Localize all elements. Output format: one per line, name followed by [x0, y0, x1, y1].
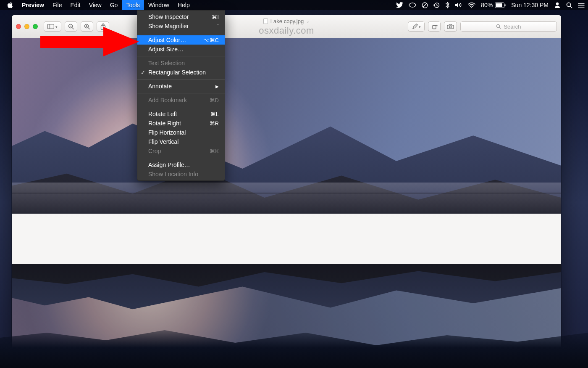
spotlight-icon[interactable]: [566, 0, 572, 10]
menu-file[interactable]: File: [48, 0, 66, 10]
menu-item-text-selection: Text Selection: [137, 58, 225, 68]
svg-rect-28: [433, 26, 436, 29]
menu-shortcut: ⌘D: [210, 97, 219, 103]
menu-app-label: Preview: [22, 2, 44, 8]
timemachine-icon[interactable]: [433, 0, 440, 10]
menu-item-rotate-right[interactable]: Rotate Right⌘R: [137, 119, 225, 128]
menu-item-flip-vertical[interactable]: Flip Vertical: [137, 137, 225, 146]
menu-tools-label: Tools: [126, 2, 140, 8]
volume-icon[interactable]: [455, 0, 462, 10]
tools-menu-dropdown: Show Inspector⌘IShow Magnifier`Adjust Co…: [137, 10, 225, 181]
cloud-icon[interactable]: [409, 0, 416, 10]
wifi-icon[interactable]: [468, 0, 475, 10]
menu-window-label: Window: [148, 2, 169, 8]
user-icon[interactable]: [554, 0, 561, 10]
menu-item-annotate[interactable]: Annotate▶: [137, 82, 225, 91]
svg-line-32: [499, 27, 501, 29]
menu-item-rotate-left[interactable]: Rotate Left⌘L: [137, 109, 225, 119]
image-canvas[interactable]: [12, 38, 561, 352]
menu-item-show-inspector[interactable]: Show Inspector⌘I: [137, 12, 225, 21]
minimize-button[interactable]: [24, 24, 29, 29]
menu-item-label: Show Location Info: [148, 171, 198, 177]
menu-go-label: Go: [110, 2, 118, 8]
search-placeholder: Search: [504, 24, 521, 30]
menu-shortcut: `: [217, 23, 219, 29]
chevron-down-icon: ▾: [419, 25, 421, 29]
menu-view-label: View: [89, 2, 102, 8]
menu-view[interactable]: View: [85, 0, 106, 10]
preview-window: ▾ Lake copy.jpg ⌄ osxdaily.com ▾: [12, 15, 561, 352]
menu-item-label: Show Magnifier: [148, 23, 189, 29]
menu-item-label: Annotate: [148, 83, 172, 90]
menu-app[interactable]: Preview: [18, 0, 48, 10]
svg-point-0: [409, 3, 416, 7]
menu-file-label: File: [52, 2, 62, 8]
menu-separator: [137, 93, 225, 93]
menu-item-label: Add Bookmark: [148, 97, 187, 103]
highlight-button[interactable]: ▾: [408, 21, 425, 32]
menubar: Preview File Edit View Go Tools Window H…: [0, 0, 588, 10]
menu-window[interactable]: Window: [144, 0, 173, 10]
menubar-clock[interactable]: Sun 12:30 PM: [511, 2, 549, 8]
zoom-button[interactable]: [33, 24, 38, 29]
twitter-icon[interactable]: [396, 0, 403, 10]
menu-item-label: Show Inspector: [148, 13, 189, 20]
svg-rect-33: [40, 36, 105, 48]
menu-help-label: Help: [178, 2, 190, 8]
menu-item-label: Assign Profile…: [148, 161, 190, 168]
menu-shortcut: ⌘K: [210, 148, 219, 154]
menu-item-adjust-color[interactable]: Adjust Color…⌥⌘C: [137, 35, 225, 45]
filename-label: Lake copy.jpg: [270, 18, 304, 24]
menu-separator: [137, 33, 225, 33]
chevron-down-icon[interactable]: ⌄: [306, 19, 310, 24]
menu-go[interactable]: Go: [106, 0, 122, 10]
submenu-arrow-icon: ▶: [215, 84, 219, 89]
apple-menu[interactable]: [3, 0, 18, 10]
markup-button[interactable]: [444, 21, 457, 32]
menu-item-adjust-size[interactable]: Adjust Size…: [137, 45, 225, 54]
window-title: Lake copy.jpg ⌄: [263, 18, 310, 24]
watermark-text: osxdaily.com: [259, 25, 314, 36]
menu-item-crop: Crop⌘K: [137, 146, 225, 156]
menu-item-label: Flip Vertical: [148, 138, 178, 145]
menu-separator: [137, 107, 225, 107]
notification-center-icon[interactable]: [578, 0, 585, 10]
rotate-button[interactable]: [428, 21, 441, 32]
menu-separator: [137, 79, 225, 79]
menu-separator: [137, 158, 225, 158]
bluetooth-icon[interactable]: [445, 0, 449, 10]
menu-item-rectangular-selection[interactable]: ✓Rectangular Selection: [137, 68, 225, 77]
svg-line-2: [423, 3, 427, 7]
menu-item-label: Rectangular Selection: [148, 69, 206, 76]
menu-item-label: Rotate Right: [148, 120, 181, 127]
document-proxy-icon[interactable]: [263, 19, 268, 24]
menu-item-show-location-info: Show Location Info: [137, 169, 225, 179]
close-button[interactable]: [16, 24, 21, 29]
svg-point-30: [449, 26, 452, 28]
menu-item-assign-profile[interactable]: Assign Profile…: [137, 160, 225, 169]
svg-point-8: [556, 3, 559, 5]
svg-line-10: [570, 6, 572, 8]
arrow-annotation: [40, 27, 139, 56]
no-entry-icon[interactable]: [422, 0, 428, 10]
menu-shortcut: ⌥⌘C: [203, 37, 219, 43]
search-field[interactable]: Search: [460, 21, 557, 32]
menu-shortcut: ⌘I: [212, 14, 219, 20]
menu-item-flip-horizontal[interactable]: Flip Horizontal: [137, 128, 225, 137]
svg-point-31: [497, 24, 500, 27]
search-icon: [496, 24, 501, 29]
menu-item-show-magnifier[interactable]: Show Magnifier`: [137, 21, 225, 31]
battery-status[interactable]: 80%: [481, 2, 506, 8]
checkmark-icon: ✓: [141, 69, 145, 76]
menu-separator: [137, 56, 225, 56]
menu-edit[interactable]: Edit: [66, 0, 85, 10]
menu-item-label: Text Selection: [148, 60, 185, 66]
menu-item-label: Adjust Color…: [148, 37, 186, 43]
battery-percent: 80%: [481, 2, 493, 8]
svg-point-9: [567, 3, 571, 6]
menu-shortcut: ⌘R: [210, 120, 219, 127]
menu-help[interactable]: Help: [173, 0, 194, 10]
menu-edit-label: Edit: [71, 2, 81, 8]
svg-rect-7: [505, 4, 506, 6]
menu-tools[interactable]: Tools: [122, 0, 144, 10]
